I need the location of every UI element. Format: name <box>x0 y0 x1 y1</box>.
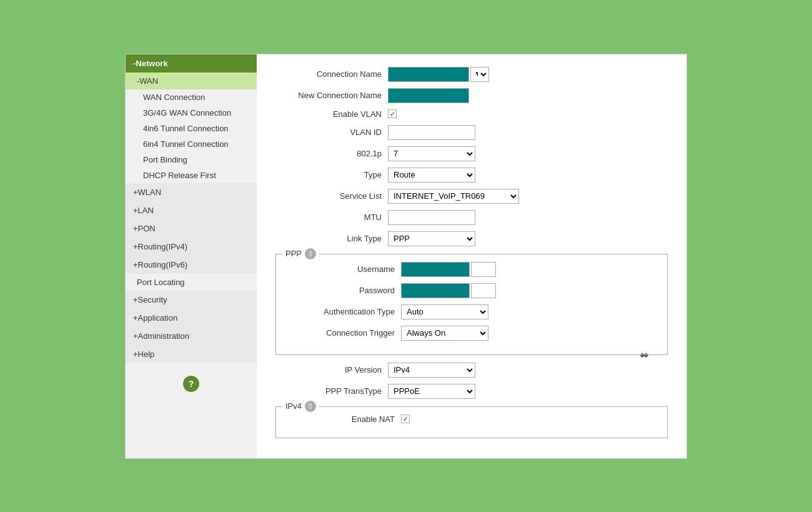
enable-vlan-row: Enable VLAN ✓ <box>275 109 668 119</box>
type-row: Type Route <box>275 168 668 183</box>
ppp-section: PPP ⇧ Username Password <box>275 254 668 355</box>
connection-name-input[interactable] <box>388 67 469 82</box>
sidebar-item-network[interactable]: -Network <box>126 54 257 73</box>
sidebar-item-administration[interactable]: +Administration <box>126 327 257 345</box>
ppp-transtype-label: PPP TransType <box>275 386 388 396</box>
service-list-select[interactable]: INTERNET_VoIP_TR069 <box>388 189 519 204</box>
sidebar-item-wan-connection[interactable]: WAN Connection <box>126 89 257 105</box>
password-input[interactable] <box>401 283 470 298</box>
content-area: ⬌ Connection Name ▼ New Connection Name … <box>257 54 686 458</box>
ppp-transtype-select[interactable]: PPPoE <box>388 384 475 399</box>
username-label: Username <box>289 264 401 274</box>
sidebar-item-lan[interactable]: +LAN <box>126 201 257 219</box>
ipv4-collapse-btn[interactable]: ⇧ <box>305 401 316 412</box>
sidebar-item-port-binding[interactable]: Port Binding <box>126 152 257 168</box>
conn-trigger-row: Connection Trigger Always On <box>289 326 655 341</box>
sidebar-item-dhcp-release[interactable]: DHCP Release First <box>126 168 257 183</box>
link-type-row: Link Type PPP <box>275 231 668 246</box>
help-button[interactable]: ? <box>183 376 199 392</box>
type-select[interactable]: Route <box>388 168 475 183</box>
new-connection-name-input[interactable] <box>388 88 469 103</box>
sidebar-item-wlan[interactable]: +WLAN <box>126 183 257 201</box>
username-input[interactable] <box>401 262 470 277</box>
service-list-label: Service List <box>275 191 388 201</box>
dot1p-row: 802.1p 7 <box>275 146 668 161</box>
sidebar: -Network -WAN WAN Connection 3G/4G WAN C… <box>126 54 257 458</box>
vlan-id-row: VLAN ID 3397 <box>275 125 668 140</box>
service-list-row: Service List INTERNET_VoIP_TR069 <box>275 189 668 204</box>
sidebar-item-4in6[interactable]: 4in6 Tunnel Connection <box>126 121 257 136</box>
enable-nat-row: Enable NAT ✓ <box>289 414 655 424</box>
mtu-input[interactable]: 1492 <box>388 210 475 225</box>
mtu-label: MTU <box>275 213 388 222</box>
sidebar-item-6in4[interactable]: 6in4 Tunnel Connection <box>126 136 257 152</box>
enable-nat-label: Enable NAT <box>289 414 401 424</box>
new-connection-name-label: New Connection Name <box>275 91 388 100</box>
ip-version-label: IP Version <box>275 365 388 374</box>
enable-vlan-checkbox[interactable]: ✓ <box>388 109 397 118</box>
auth-type-select[interactable]: Auto <box>401 304 488 319</box>
password-label: Password <box>289 286 401 295</box>
dot1p-label: 802.1p <box>275 149 388 158</box>
ipv4-section-label: IPv4 ⇧ <box>282 401 319 412</box>
connection-name-wrapper: ▼ <box>388 67 489 82</box>
sidebar-item-port-locating[interactable]: Port Locating <box>126 274 257 291</box>
sidebar-item-pon[interactable]: +PON <box>126 219 257 238</box>
ip-version-select[interactable]: IPv4 <box>388 363 475 378</box>
sidebar-item-application[interactable]: +Application <box>126 309 257 327</box>
ppp-collapse-btn[interactable]: ⇧ <box>305 248 316 259</box>
enable-vlan-label: Enable VLAN <box>275 109 388 119</box>
auth-type-label: Authentication Type <box>289 307 401 316</box>
ipv4-section: IPv4 ⇧ Enable NAT ✓ <box>275 406 668 438</box>
type-label: Type <box>275 170 388 179</box>
connection-name-label: Connection Name <box>275 69 388 79</box>
vlan-id-input[interactable]: 3397 <box>388 125 475 140</box>
conn-trigger-label: Connection Trigger <box>289 328 401 338</box>
auth-type-row: Authentication Type Auto <box>289 304 655 319</box>
link-type-select[interactable]: PPP <box>388 231 475 246</box>
sidebar-item-routing-ipv4[interactable]: +Routing(IPv4) <box>126 238 257 256</box>
new-connection-name-row: New Connection Name <box>275 88 668 103</box>
sidebar-item-security[interactable]: +Security <box>126 291 257 309</box>
sidebar-item-routing-ipv6[interactable]: +Routing(IPv6) <box>126 256 257 274</box>
dot1p-select[interactable]: 7 <box>388 146 475 161</box>
link-type-label: Link Type <box>275 234 388 243</box>
connection-name-row: Connection Name ▼ <box>275 67 668 82</box>
conn-trigger-select[interactable]: Always On <box>401 326 488 341</box>
ppp-transtype-row: PPP TransType PPPoE <box>275 384 668 399</box>
username-extra-input[interactable] <box>471 262 496 277</box>
sidebar-item-wan[interactable]: -WAN <box>126 73 257 89</box>
enable-nat-checkbox[interactable]: ✓ <box>401 414 410 423</box>
password-row: Password <box>289 283 655 298</box>
mtu-row: MTU 1492 <box>275 210 668 225</box>
password-extra-input[interactable] <box>471 283 496 298</box>
connection-name-select[interactable]: ▼ <box>470 67 489 82</box>
vlan-id-label: VLAN ID <box>275 128 388 137</box>
sidebar-item-3g4g[interactable]: 3G/4G WAN Connection <box>126 105 257 121</box>
sidebar-item-help[interactable]: +Help <box>126 345 257 363</box>
username-row: Username <box>289 262 655 277</box>
ppp-section-label: PPP ⇧ <box>282 248 319 259</box>
ip-version-row: IP Version IPv4 <box>275 363 668 378</box>
